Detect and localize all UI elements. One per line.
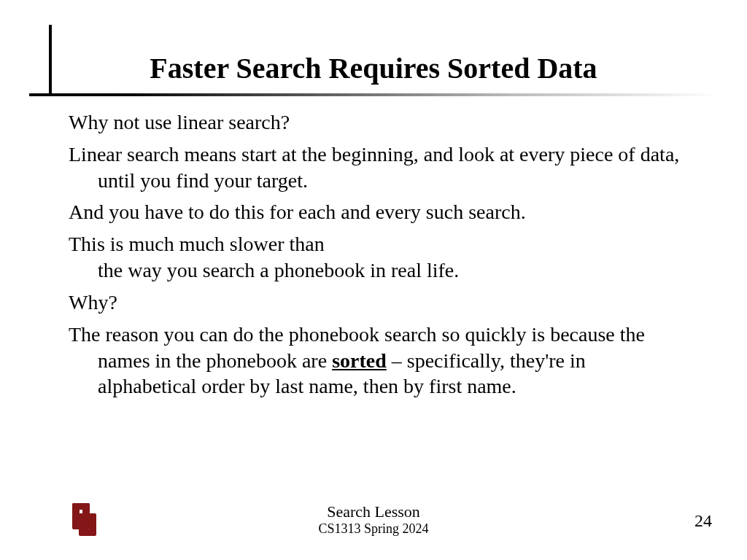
footer-course-term: CS1313 Spring 2024 — [0, 521, 747, 537]
emphasis-sorted: sorted — [332, 349, 387, 372]
body-paragraph: And you have to do this for each and eve… — [69, 199, 681, 225]
body-paragraph: The reason you can do the phonebook sear… — [69, 322, 681, 400]
page-number: 24 — [694, 511, 712, 531]
slide-title: Faster Search Requires Sorted Data — [0, 51, 747, 85]
title-horizontal-rule — [29, 93, 718, 96]
body-text: This is much much slower than — [69, 233, 325, 255]
slide-body: Why not use linear search? Linear search… — [69, 109, 681, 405]
body-paragraph: Why? — [69, 289, 681, 316]
body-paragraph: Linear search means start at the beginni… — [69, 141, 681, 194]
footer-center: Search Lesson CS1313 Spring 2024 — [0, 502, 747, 537]
body-paragraph: This is much much slower thanthe way you… — [69, 231, 681, 284]
footer-lesson-title: Search Lesson — [0, 502, 747, 521]
body-text: the way you search a phonebook in real l… — [98, 259, 459, 281]
slide: Faster Search Requires Sorted Data Why n… — [0, 0, 747, 560]
body-paragraph: Why not use linear search? — [69, 109, 681, 136]
